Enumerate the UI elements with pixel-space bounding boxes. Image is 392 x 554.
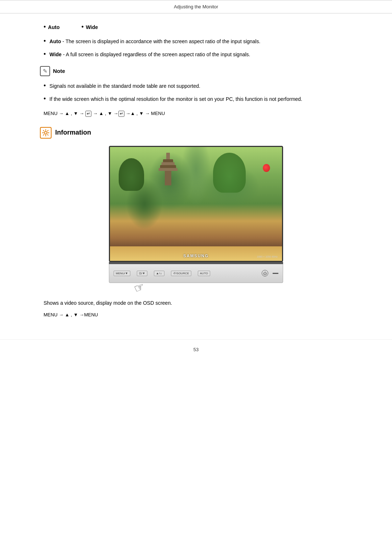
desc-wide: • Wide - A full screen is displayed rega…: [40, 50, 352, 58]
option-wide: • Wide: [81, 24, 98, 30]
pagoda-t1: [163, 159, 173, 162]
header-title: Adjusting the Monitor: [174, 4, 218, 9]
desc-wide-sep: -: [62, 52, 66, 57]
power-icon: ⏻: [263, 271, 267, 275]
note-title: Note: [53, 68, 65, 74]
information-header: Information: [40, 127, 352, 139]
pagoda-base: [165, 171, 171, 185]
note-item-2: • If the wide screen which is the optima…: [40, 95, 352, 103]
garden-scene: [110, 147, 282, 261]
ctrl-source-label: ↺/SOURCE: [173, 272, 189, 275]
desc-wide-body: A full screen is displayed regardless of…: [66, 52, 250, 57]
page-content: • Auto • Wide • Auto - The screen is dis…: [0, 13, 392, 339]
note-dot-2: •: [44, 95, 46, 103]
page-header: Adjusting the Monitor: [0, 0, 392, 13]
pagoda: [158, 153, 178, 200]
bullet-dot-1: •: [44, 24, 46, 30]
monitor-brand-label: SAMSUNG: [183, 254, 209, 258]
monitor-status-bar: 1680 × 1050 60Hz: [257, 255, 278, 258]
description-list: • Auto - The screen is displayed in acco…: [40, 37, 352, 59]
note-header: Note: [40, 66, 352, 76]
tree-left: [119, 158, 144, 191]
hand-cursor-icon: ☞: [132, 280, 146, 295]
ctrl-nav2-label: ▲/☼: [156, 272, 162, 275]
ctrl-power-btn: ⏻: [262, 270, 268, 276]
desc-auto-body: The screen is displayed in accordance wi…: [65, 38, 260, 44]
monitor-controls-bar: MENU/▼ ⊡/▼ ▲/☼ ↺/SOURCE AUTO ⏻: [109, 264, 283, 283]
monitor-image-container: SAMSUNG 1680 × 1050 60Hz MENU/▼ ⊡/▼ ▲/☼ …: [40, 146, 352, 292]
ctrl-menu-label: MENU/▼: [116, 272, 128, 275]
enter-key-1: ↵: [85, 111, 91, 117]
pagoda-t2: [162, 162, 175, 165]
option-auto: • Auto: [44, 24, 60, 30]
tree-right: [213, 153, 246, 193]
note-text-1: Signals not available in the standard mo…: [49, 82, 200, 90]
note-text-2: If the wide screen which is the optimal …: [49, 95, 302, 103]
pagoda-t3: [160, 165, 176, 168]
note-item-1: • Signals not available in the standard …: [40, 82, 352, 90]
ctrl-minus-btn: [273, 273, 278, 274]
ctrl-nav2-btn: ▲/☼: [154, 271, 164, 276]
ctrl-nav1-label: ⊡/▼: [139, 272, 145, 275]
svg-point-0: [45, 131, 47, 134]
pagoda-spire: [166, 153, 170, 159]
information-icon: [40, 127, 52, 139]
pagoda-t4: [159, 168, 177, 171]
desc-dot-1: •: [44, 37, 46, 45]
option-list-row: • Auto • Wide: [40, 24, 352, 30]
gear-icon: [42, 129, 50, 137]
desc-auto: • Auto - The screen is displayed in acco…: [40, 37, 352, 45]
ctrl-source-btn: ↺/SOURCE: [171, 271, 191, 276]
desc-wide-text: Wide - A full screen is displayed regard…: [49, 50, 250, 58]
option-wide-label: Wide: [86, 24, 98, 30]
page-footer: 53: [0, 339, 392, 360]
ctrl-menu-btn: MENU/▼: [114, 271, 130, 276]
bullet-dot-2: •: [81, 24, 83, 30]
menu-nav-1: MENU → ▲ , ▼ → ↵ → ▲ , ▼ →↵ →▲ , ▼ → MEN…: [40, 111, 352, 117]
enter-key-2: ↵: [118, 111, 124, 117]
page-number: 53: [193, 347, 199, 352]
option-auto-label: Auto: [48, 24, 60, 30]
desc-auto-sep: -: [61, 38, 65, 44]
note-icon: [40, 66, 50, 76]
ctrl-auto-btn: AUTO: [198, 271, 210, 276]
desc-auto-text: Auto - The screen is displayed in accord…: [49, 37, 260, 45]
note-dot-1: •: [44, 82, 46, 90]
menu-nav-2: MENU → ▲ , ▼ →MENU: [40, 312, 352, 317]
note-list: • Signals not available in the standard …: [40, 82, 352, 103]
ctrl-auto-label: AUTO: [200, 272, 208, 275]
monitor-screen: SAMSUNG 1680 × 1050 60Hz: [109, 146, 283, 262]
information-title: Information: [55, 129, 91, 136]
status-text: 1680 × 1050 60Hz: [257, 255, 278, 258]
desc-dot-2: •: [44, 50, 46, 58]
ctrl-nav1-btn: ⊡/▼: [137, 271, 147, 276]
desc-auto-label: Auto: [49, 38, 61, 44]
description-paragraph: Shows a video source, display mode on th…: [40, 299, 352, 307]
red-apple: [263, 164, 270, 172]
desc-wide-label: Wide: [49, 52, 61, 57]
